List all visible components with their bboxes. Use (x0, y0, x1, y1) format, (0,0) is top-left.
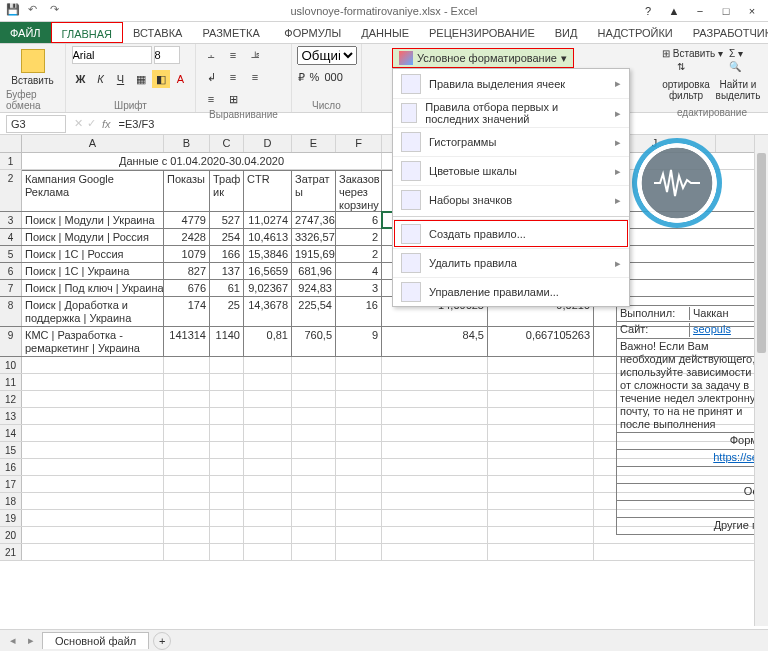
cell[interactable] (488, 374, 594, 390)
sheet-nav-first[interactable]: ◂ (6, 634, 20, 647)
cell[interactable] (292, 391, 336, 407)
underline-button[interactable]: Ч (112, 70, 130, 88)
insert-cells-button[interactable]: ⊞ Вставить ▾ (662, 48, 723, 59)
cell[interactable] (488, 425, 594, 441)
cell[interactable]: 2428 (164, 229, 210, 245)
cell[interactable] (22, 408, 164, 424)
site-link[interactable]: seopuls (690, 323, 764, 337)
cell[interactable] (210, 374, 244, 390)
wrap-text-button[interactable]: ↲ (202, 68, 220, 86)
cell[interactable] (22, 544, 164, 560)
cell[interactable] (244, 459, 292, 475)
conditional-formatting-button[interactable]: Условное форматирование ▾ (392, 48, 574, 68)
row-header[interactable]: 13 (0, 408, 22, 424)
form-link[interactable]: https://seo (620, 451, 764, 465)
cell[interactable] (292, 408, 336, 424)
cf-manage-rules[interactable]: Управление правилами... (393, 277, 629, 306)
cell[interactable] (164, 408, 210, 424)
cell[interactable] (22, 476, 164, 492)
header-cell[interactable]: Заказов через корзину (336, 170, 382, 211)
cell[interactable] (488, 408, 594, 424)
cell[interactable] (164, 544, 210, 560)
cell[interactable]: 14,3678 (244, 297, 292, 326)
cell[interactable]: 11,0274 (244, 212, 292, 228)
cell[interactable]: 2747,36 (292, 212, 336, 228)
cell[interactable] (22, 442, 164, 458)
cell[interactable]: 3 (336, 280, 382, 296)
add-sheet-button[interactable]: + (153, 632, 171, 650)
align-middle-button[interactable]: ≡ (224, 46, 242, 64)
cell[interactable]: 4 (336, 263, 382, 279)
enter-formula-icon[interactable]: ✓ (87, 117, 96, 130)
cell[interactable]: 681,96 (292, 263, 336, 279)
number-format-select[interactable]: Общий (297, 46, 357, 65)
cell[interactable] (382, 510, 488, 526)
cell[interactable] (244, 391, 292, 407)
cell[interactable] (164, 493, 210, 509)
sheet-nav-prev[interactable]: ▸ (24, 634, 38, 647)
cf-new-rule[interactable]: Создать правило... (393, 219, 629, 248)
cell[interactable] (292, 527, 336, 543)
header-cell[interactable]: CTR (244, 170, 292, 211)
cell[interactable] (292, 425, 336, 441)
row-header[interactable]: 15 (0, 442, 22, 458)
col-header-A[interactable]: A (22, 135, 164, 152)
tab-developer[interactable]: РАЗРАБОТЧИК (683, 22, 768, 43)
cell[interactable] (210, 493, 244, 509)
row-header[interactable]: 8 (0, 297, 22, 326)
cell[interactable]: Поиск | Модули | Украина (22, 212, 164, 228)
tab-view[interactable]: ВИД (545, 22, 588, 43)
qat-redo-icon[interactable]: ↷ (50, 3, 66, 19)
cell[interactable] (22, 527, 164, 543)
paste-button[interactable]: Вставить (13, 49, 53, 86)
cell[interactable] (488, 476, 594, 492)
cell[interactable] (164, 357, 210, 373)
help-icon[interactable]: ? (636, 2, 660, 20)
border-button[interactable]: ▦ (132, 70, 150, 88)
cell[interactable] (244, 408, 292, 424)
cell[interactable]: 9,02367 (244, 280, 292, 296)
cell[interactable] (488, 510, 594, 526)
cell[interactable] (382, 459, 488, 475)
font-color-button[interactable]: A (172, 70, 190, 88)
row-header[interactable]: 10 (0, 357, 22, 373)
row-header[interactable]: 5 (0, 246, 22, 262)
cell[interactable] (164, 442, 210, 458)
cell[interactable]: 2 (336, 246, 382, 262)
cell[interactable] (22, 357, 164, 373)
cell[interactable] (244, 493, 292, 509)
qat-save-icon[interactable]: 💾 (6, 3, 22, 19)
cell[interactable] (244, 425, 292, 441)
cell[interactable] (488, 357, 594, 373)
cell[interactable] (382, 544, 488, 560)
row-header[interactable]: 1 (0, 153, 22, 169)
close-icon[interactable]: × (740, 2, 764, 20)
qat-undo-icon[interactable]: ↶ (28, 3, 44, 19)
cell[interactable] (164, 476, 210, 492)
cell[interactable] (292, 476, 336, 492)
cf-data-bars[interactable]: Гистограммы▸ (393, 127, 629, 156)
cell[interactable] (382, 357, 488, 373)
cell[interactable]: 4779 (164, 212, 210, 228)
cf-icon-sets[interactable]: Наборы значков▸ (393, 185, 629, 214)
cell[interactable] (164, 459, 210, 475)
cell[interactable]: Поиск | 1С | Украина (22, 263, 164, 279)
header-cell[interactable]: Траф ик (210, 170, 244, 211)
cell[interactable] (210, 357, 244, 373)
sheet-tab-main[interactable]: Основной файл (42, 632, 149, 649)
cell[interactable] (488, 391, 594, 407)
cell[interactable]: 16,5659 (244, 263, 292, 279)
align-center-button[interactable]: ≡ (246, 68, 264, 86)
cell[interactable] (22, 374, 164, 390)
cell[interactable]: Поиск | Модули | Россия (22, 229, 164, 245)
tab-formulas[interactable]: ФОРМУЛЫ (274, 22, 351, 43)
name-box[interactable]: G3 (6, 115, 66, 133)
currency-button[interactable]: ₽ (297, 70, 306, 84)
cell[interactable]: 137 (210, 263, 244, 279)
cell[interactable] (336, 527, 382, 543)
tab-insert[interactable]: ВСТАВКА (123, 22, 192, 43)
cell[interactable]: 25 (210, 297, 244, 326)
cell[interactable] (292, 544, 336, 560)
row-header[interactable]: 20 (0, 527, 22, 543)
tab-layout[interactable]: РАЗМЕТКА СТРАНИЦЫ (192, 22, 274, 43)
